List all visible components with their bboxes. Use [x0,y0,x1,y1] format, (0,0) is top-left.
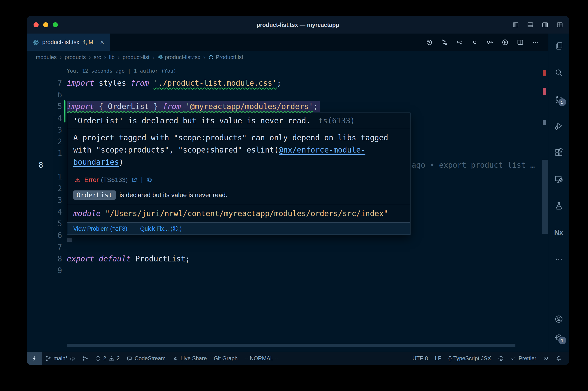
overview-ruler-mark [543,120,546,125]
gutter-line-number[interactable]: 3 [27,194,62,206]
split-editor-icon[interactable] [517,39,524,46]
activity-more[interactable] [554,255,563,264]
activity-settings[interactable]: 1 [554,333,563,342]
gutter-line-number[interactable]: 9 [27,265,62,276]
codestream-status[interactable]: CodeStream [123,352,169,365]
gutter-line-number[interactable]: 2 [27,136,62,147]
breadcrumb-item-product-list[interactable]: product-list [122,54,149,60]
gutter-line-number[interactable]: 6 [27,229,62,241]
view-problem-link[interactable]: View Problem (⌥F8) [73,225,127,232]
history-icon[interactable] [426,39,433,46]
error-triangle-icon [75,177,81,183]
activity-search[interactable] [554,68,563,77]
activity-remote-explorer[interactable] [554,175,563,184]
activity-extensions[interactable] [554,148,563,157]
activity-source-control[interactable]: 5 [554,95,563,104]
breadcrumb-item-productlist[interactable]: ProductList [208,54,243,60]
gutter-line-number[interactable]: 7 [27,77,62,89]
quick-fix-link[interactable]: Quick Fix... (⌘.) [140,225,182,232]
horizontal-scrollbar-thumb[interactable] [67,344,515,347]
blame-header[interactable]: You, 12 seconds ago | 1 author (You) [67,66,176,76]
problems-status[interactable]: 22 [92,352,123,365]
code-line[interactable] [67,89,541,101]
gutter-line-number[interactable]: 8 [27,159,62,171]
code-line[interactable] [67,241,541,253]
git-graph-status[interactable]: Git Graph [210,352,241,365]
notifications-bell[interactable] [552,352,565,365]
ts-diagnostic-source: ts(6133) [318,116,355,125]
zoom-window-button[interactable] [53,22,58,27]
activity-testing[interactable] [554,201,563,210]
github-status[interactable] [495,352,507,365]
chevron-separator: › [104,54,106,61]
gutter-line-number[interactable]: 3 [27,124,62,136]
run-icon[interactable] [502,39,508,46]
extensions-icon [554,148,563,157]
tab-bar: product-list.tsx 4, M × [27,34,548,51]
code-editor[interactable]: You, 12 seconds ago | 1 author (You) 765… [27,64,548,352]
git-graph-status-label: Git Graph [214,355,238,362]
activity-run-debug[interactable] [554,121,563,130]
external-link-icon[interactable] [131,177,137,183]
language-status[interactable]: {} TypeScript JSX [445,352,494,365]
git-compare-icon[interactable] [441,39,448,46]
vim-mode-status[interactable]: -- NORMAL -- [241,352,282,365]
layout-columns-icon[interactable] [512,21,519,28]
problems-status-label: 2 [103,355,106,362]
gutter-line-number[interactable]: 2 [27,183,62,194]
open-changes-icon[interactable] [456,39,463,46]
code-line[interactable]: import { OrderList } from '@myreactapp/m… [67,101,541,112]
chevron-separator: › [89,54,91,61]
code-line[interactable]: import styles from './product-list.modul… [67,77,541,89]
gutter-line-number[interactable]: 4 [27,206,62,218]
close-window-button[interactable] [34,22,39,27]
error-label: Error [84,176,98,184]
gutter-line-number[interactable]: 7 [27,241,62,253]
breadcrumb-item-lib[interactable]: lib [109,54,115,60]
git-branch-status[interactable]: main* [42,352,79,365]
prev-change-icon[interactable] [471,39,478,46]
live-share-status-label: Live Share [180,355,207,362]
tab-product-list[interactable]: product-list.tsx 4, M × [27,34,110,51]
module-path: "/Users/juri/nrwl/content/myreactapp/mod… [105,209,388,218]
breadcrumb-item-product-list-tsx[interactable]: product-list.tsx [158,54,200,60]
prettier-status-label: Prettier [519,355,536,362]
activity-explorer[interactable] [554,41,563,51]
explorer-icon [554,42,563,50]
gutter-line-number[interactable]: 5 [27,101,62,112]
activity-account[interactable] [554,314,563,324]
breadcrumb-label: src [94,54,101,60]
gutter-line-number[interactable]: 6 [27,89,62,101]
breadcrumb-item-src[interactable]: src [94,54,101,60]
tab-bar-spacer [110,34,426,51]
prettier-status[interactable]: Prettier [507,352,540,365]
gutter-line-number[interactable]: 5 [27,218,62,229]
more-icon[interactable] [532,39,539,46]
breadcrumb-item-products[interactable]: products [65,54,86,60]
minimize-window-button[interactable] [43,22,48,27]
layout-panel-icon[interactable] [527,21,534,28]
gutter-line-number[interactable]: 8 [27,253,62,265]
next-change-icon[interactable] [487,39,493,46]
gutter-line-number[interactable]: 4 [27,112,62,124]
layout-grid-icon[interactable] [556,21,563,28]
live-share-status[interactable]: Live Share [169,352,210,365]
gutter-line-number[interactable]: 1 [27,171,62,183]
layout-sidebar-right-icon[interactable] [542,21,549,28]
gutter-line-number[interactable]: 1 [27,147,62,159]
feedback-status[interactable] [540,352,552,365]
more-icon [554,255,563,264]
code-line[interactable]: export default ProductList; [67,253,541,265]
close-tab-icon[interactable]: × [100,39,104,46]
codestream-icon [127,356,132,361]
vertical-scrollbar-thumb[interactable] [542,160,548,234]
activity-nx-console[interactable]: Nx [554,228,563,237]
code-line[interactable] [67,265,541,276]
hover-resize-grip[interactable] [67,238,72,242]
remote-indicator[interactable] [27,352,42,365]
eol-status[interactable]: LF [431,352,445,365]
encoding-status[interactable]: UTF-8 [409,352,431,365]
globe-icon[interactable] [146,177,152,183]
git-graph-indicator[interactable] [79,352,92,365]
breadcrumb-item-modules[interactable]: modules [36,54,57,60]
